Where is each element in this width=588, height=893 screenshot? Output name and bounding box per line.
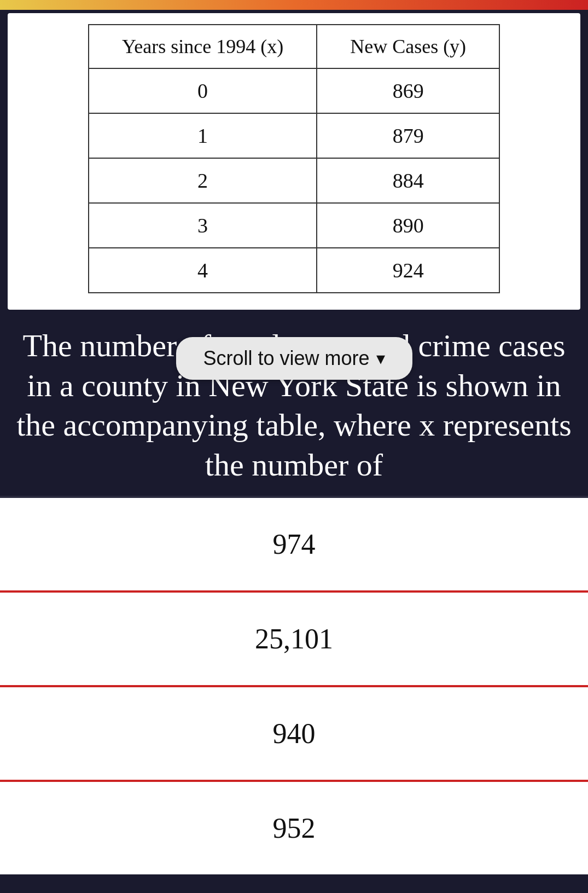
table-row: 4924 <box>89 248 499 293</box>
table-row: 3890 <box>89 203 499 248</box>
scroll-button-label: Scroll to view more <box>203 347 369 370</box>
table-row: 2884 <box>89 158 499 203</box>
table-row: 0869 <box>89 68 499 113</box>
answer-options: 97425,101940952 <box>0 498 588 874</box>
top-accent-bar <box>0 0 588 10</box>
data-table: Years since 1994 (x) New Cases (y) 08691… <box>88 24 500 293</box>
table-cell-y: 869 <box>317 68 499 113</box>
table-cell-x: 2 <box>89 158 317 203</box>
table-cell-y: 884 <box>317 158 499 203</box>
table-card: Years since 1994 (x) New Cases (y) 08691… <box>8 13 580 310</box>
answer-option[interactable]: 940 <box>0 687 588 782</box>
table-cell-x: 4 <box>89 248 317 293</box>
answer-option[interactable]: 25,101 <box>0 593 588 687</box>
chevron-down-icon: ▾ <box>376 348 385 369</box>
answer-option[interactable]: 952 <box>0 782 588 874</box>
col2-header: New Cases (y) <box>317 25 499 68</box>
table-cell-x: 3 <box>89 203 317 248</box>
answer-option[interactable]: 974 <box>0 498 588 593</box>
table-cell-y: 879 <box>317 113 499 158</box>
table-cell-x: 1 <box>89 113 317 158</box>
scroll-to-view-more-button[interactable]: Scroll to view more ▾ <box>176 337 412 380</box>
col1-header: Years since 1994 (x) <box>89 25 317 68</box>
table-cell-y: 890 <box>317 203 499 248</box>
table-cell-x: 0 <box>89 68 317 113</box>
table-cell-y: 924 <box>317 248 499 293</box>
question-area: The number of newly reported crime cases… <box>0 310 588 496</box>
table-row: 1879 <box>89 113 499 158</box>
